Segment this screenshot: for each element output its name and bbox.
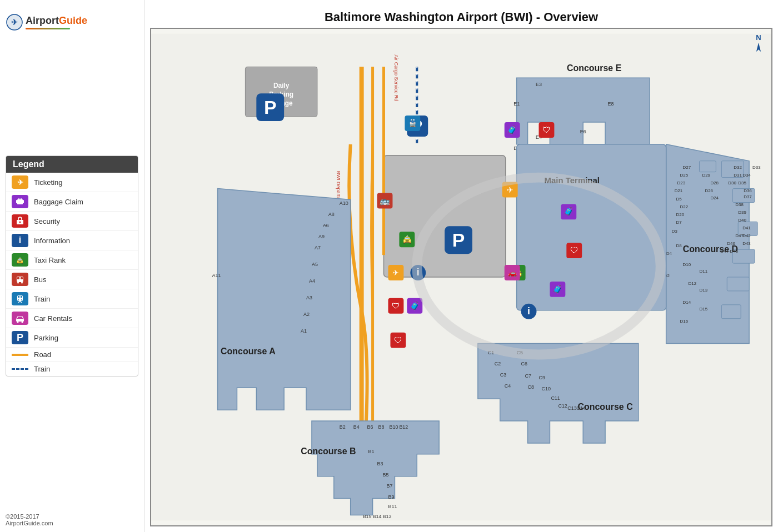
svg-text:D26: D26 — [705, 188, 713, 193]
svg-text:🚖: 🚖 — [402, 235, 412, 244]
legend-taxi: 🚖 Taxi Rank — [6, 250, 138, 270]
svg-text:D29: D29 — [702, 173, 710, 178]
legend-car-rental: Car Rentals — [6, 309, 138, 328]
svg-text:🚗: 🚗 — [508, 269, 517, 278]
svg-text:Concourse E: Concourse E — [567, 63, 621, 73]
legend: Legend ✈ Ticketing Baggage Claim Securit… — [6, 155, 138, 377]
ticketing-label: Ticketing — [34, 178, 63, 187]
svg-text:C2: C2 — [495, 361, 501, 367]
svg-text:A1: A1 — [301, 328, 307, 334]
svg-text:✈: ✈ — [11, 18, 18, 27]
svg-text:A7: A7 — [315, 245, 321, 250]
svg-text:D44-D45: D44-D45 — [720, 249, 738, 254]
svg-text:B12: B12 — [399, 424, 408, 430]
svg-point-24 — [17, 322, 19, 323]
svg-rect-4 — [18, 198, 19, 200]
svg-text:D31: D31 — [734, 173, 742, 178]
svg-text:B15: B15 — [363, 514, 372, 519]
svg-rect-18 — [21, 296, 22, 298]
svg-text:Air Cargo Service Rd: Air Cargo Service Rd — [393, 54, 399, 101]
svg-text:B3: B3 — [377, 461, 383, 466]
svg-text:C12: C12 — [558, 403, 567, 409]
svg-text:D15: D15 — [699, 307, 707, 312]
svg-point-25 — [22, 322, 23, 323]
svg-text:D14: D14 — [683, 300, 691, 305]
bus-label: Bus — [34, 275, 46, 284]
baggage-label: Baggage Claim — [34, 198, 83, 206]
svg-text:D25: D25 — [680, 173, 689, 178]
logo: ✈ AirportGuide — [6, 13, 87, 31]
airport-map-svg: Daily Parking Garage Air Cargo Service R… — [151, 29, 771, 525]
svg-text:A5: A5 — [312, 262, 318, 267]
svg-text:B14: B14 — [373, 514, 382, 519]
svg-text:D37: D37 — [744, 195, 752, 200]
train-line-label: Train — [34, 365, 50, 373]
svg-text:🚖: 🚖 — [16, 257, 24, 264]
svg-text:C7: C7 — [525, 373, 531, 379]
map-title: Baltimore Washington Airport (BWI) - Ove… — [150, 6, 772, 28]
svg-text:E1: E1 — [513, 101, 520, 107]
svg-rect-12 — [17, 277, 19, 279]
svg-text:D38: D38 — [735, 202, 744, 207]
svg-text:A3: A3 — [306, 295, 312, 300]
svg-text:D34: D34 — [742, 173, 751, 178]
svg-text:A9: A9 — [318, 234, 325, 239]
svg-text:🧳: 🧳 — [507, 125, 517, 135]
legend-bus: Bus — [6, 270, 138, 289]
svg-text:B2: B2 — [340, 424, 346, 430]
svg-point-14 — [17, 282, 19, 284]
logo-area: ✈ AirportGuide — [6, 6, 138, 39]
svg-text:D13: D13 — [699, 288, 707, 293]
svg-text:🛡: 🛡 — [394, 335, 402, 345]
svg-text:B7: B7 — [386, 483, 392, 489]
svg-text:D21: D21 — [675, 188, 683, 193]
svg-text:🧳: 🧳 — [563, 207, 574, 217]
svg-rect-50 — [727, 277, 749, 291]
svg-text:B4: B4 — [353, 424, 360, 430]
svg-text:D24: D24 — [710, 196, 719, 201]
svg-text:B9: B9 — [388, 494, 394, 500]
svg-text:D12: D12 — [689, 281, 697, 286]
legend-parking: P Parking — [6, 328, 138, 348]
svg-text:✈: ✈ — [507, 185, 513, 194]
security-icon — [12, 214, 28, 228]
svg-text:✈: ✈ — [392, 268, 399, 277]
svg-text:🚆: 🚆 — [408, 118, 418, 128]
svg-text:A11: A11 — [212, 273, 221, 278]
train-label: Train — [34, 295, 50, 303]
svg-text:B6: B6 — [367, 424, 373, 430]
svg-text:Concourse C: Concourse C — [577, 402, 633, 411]
svg-text:D36: D36 — [744, 188, 752, 193]
svg-text:D3: D3 — [672, 229, 678, 234]
car-rental-icon — [12, 312, 28, 325]
svg-text:C13: C13 — [567, 405, 576, 411]
svg-text:B8: B8 — [378, 424, 385, 430]
svg-rect-51 — [721, 305, 741, 319]
svg-text:D20: D20 — [676, 212, 685, 217]
svg-text:D30: D30 — [728, 180, 736, 185]
svg-text:B1: B1 — [368, 449, 375, 454]
train-icon — [12, 292, 28, 305]
legend-ticketing: ✈ Ticketing — [6, 173, 138, 192]
svg-rect-7 — [23, 200, 24, 203]
legend-security: Security — [6, 212, 138, 231]
svg-rect-17 — [18, 296, 19, 298]
svg-text:✈: ✈ — [17, 178, 23, 187]
svg-text:A6: A6 — [323, 223, 329, 228]
legend-train-line: Train — [6, 362, 138, 376]
svg-text:P: P — [452, 229, 465, 250]
svg-text:P: P — [264, 97, 277, 118]
svg-rect-3 — [17, 199, 23, 204]
map-container: N Daily Parking Garage Air Cargo Service… — [150, 28, 772, 526]
svg-text:D23: D23 — [677, 180, 686, 185]
svg-text:D40: D40 — [738, 218, 746, 223]
security-label: Security — [34, 217, 60, 225]
svg-text:B13: B13 — [383, 514, 392, 519]
svg-text:D46: D46 — [727, 241, 735, 246]
svg-text:A8: A8 — [328, 212, 335, 217]
svg-text:E6: E6 — [580, 129, 586, 134]
svg-point-21 — [18, 299, 19, 300]
svg-text:🛡: 🛡 — [392, 301, 400, 310]
svg-rect-45 — [699, 161, 716, 172]
svg-marker-27 — [756, 43, 761, 52]
